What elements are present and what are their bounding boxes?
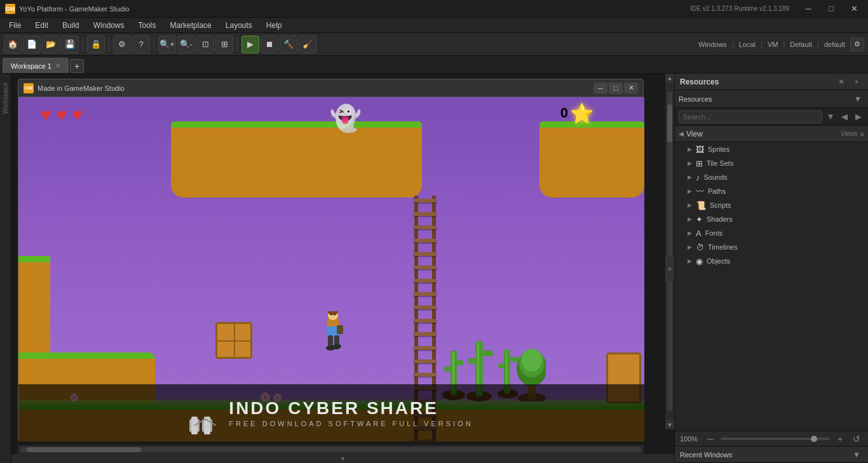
- zoom-decrease-button[interactable]: ─: [704, 433, 717, 445]
- search-prev-button[interactable]: ◀: [839, 111, 850, 123]
- svg-rect-24: [498, 363, 507, 368]
- settings2-button[interactable]: ⚙: [850, 37, 864, 51]
- game-window-minimize[interactable]: ─: [593, 83, 607, 94]
- game-window: GM Made in GameMaker Studio ─ □ ✕: [18, 79, 644, 441]
- svg-rect-14: [454, 360, 463, 365]
- ladder-rung: [414, 199, 437, 203]
- windows-link[interactable]: Windows: [698, 41, 727, 48]
- menu-help[interactable]: Help: [260, 20, 288, 31]
- vm-link[interactable]: VM: [768, 41, 778, 48]
- shaders-icon: ✦: [696, 215, 703, 224]
- menu-marketplace[interactable]: Marketplace: [163, 20, 217, 31]
- maximize-button[interactable]: □: [822, 3, 840, 15]
- resource-objects[interactable]: ▶ ◉ Objects: [675, 254, 868, 268]
- local-link[interactable]: Local: [739, 41, 756, 48]
- hscroll-track[interactable]: [20, 447, 641, 452]
- resource-sprites[interactable]: ▶ 🖼 Sprites: [675, 142, 868, 156]
- clean-button[interactable]: 🧹: [299, 36, 316, 53]
- game-window-maximize[interactable]: □: [609, 83, 623, 94]
- panel-collapse-button[interactable]: »: [665, 256, 674, 281]
- new-button[interactable]: 📄: [23, 36, 41, 53]
- horizontal-scrollbar[interactable]: [18, 445, 644, 454]
- resource-shaders[interactable]: ▶ ✦ Shaders: [675, 212, 868, 226]
- ladder-rung: [414, 239, 437, 243]
- svg-rect-13: [444, 366, 454, 372]
- workspace-area[interactable]: GM Made in GameMaker Studio ─ □ ✕: [11, 74, 674, 463]
- resource-timelines[interactable]: ▶ ⏱ Timelines: [675, 240, 868, 254]
- menu-build[interactable]: Build: [56, 20, 86, 31]
- default2-link[interactable]: default: [824, 41, 845, 48]
- scroll-up-button[interactable]: ▲: [665, 74, 674, 83]
- tilesets-label: Tile Sets: [707, 159, 733, 167]
- menu-bar: File Edit Build Windows Tools Marketplac…: [0, 18, 868, 33]
- grid-button[interactable]: ⊞: [215, 36, 233, 53]
- zoom-slider[interactable]: [721, 438, 830, 440]
- resources-toolbar: Resources ▼: [675, 90, 868, 108]
- close-button[interactable]: ✕: [845, 3, 863, 15]
- separator: [83, 37, 83, 51]
- open-button[interactable]: 📂: [42, 36, 60, 53]
- hscroll-thumb[interactable]: [27, 447, 141, 452]
- search-next-button[interactable]: ▶: [853, 111, 864, 123]
- menu-tools[interactable]: Tools: [132, 20, 162, 31]
- add-tab-button[interactable]: +: [70, 59, 84, 73]
- help-button[interactable]: ?: [132, 36, 150, 53]
- platform-top-left: [171, 121, 422, 198]
- home-button[interactable]: 🏠: [4, 36, 22, 53]
- vertical-scrollbar[interactable]: ▲ ▼: [665, 74, 674, 429]
- menu-windows[interactable]: Windows: [87, 20, 131, 31]
- recent-windows-header[interactable]: Recent Windows ▼: [675, 446, 868, 463]
- workspace-tab-1[interactable]: Workspace 1 ✕: [3, 58, 69, 73]
- vscroll-track[interactable]: [667, 91, 672, 412]
- vscroll-thumb[interactable]: [667, 104, 672, 142]
- resource-fonts[interactable]: ▶ A Fonts: [675, 226, 868, 240]
- zoom-fit-button[interactable]: ⊡: [196, 36, 214, 53]
- paths-label: Paths: [708, 187, 726, 195]
- scripts-label: Scripts: [710, 201, 731, 209]
- lock-button[interactable]: 🔒: [87, 36, 105, 53]
- scroll-down-button[interactable]: ▼: [665, 420, 674, 429]
- view-section-header[interactable]: ◀ View Views ≡: [675, 126, 868, 142]
- play-button[interactable]: ▶: [241, 36, 259, 53]
- search-dropdown-button[interactable]: ▼: [825, 111, 836, 123]
- recent-windows-collapse[interactable]: ▼: [850, 448, 863, 461]
- paths-arrow: ▶: [688, 188, 692, 194]
- menu-edit[interactable]: Edit: [29, 20, 55, 31]
- settings-button[interactable]: ⚙: [113, 36, 131, 53]
- debug-button[interactable]: 🔨: [280, 36, 297, 53]
- ladder-rung: [414, 252, 437, 256]
- menu-layouts[interactable]: Layouts: [219, 20, 259, 31]
- fonts-label: Fonts: [705, 229, 723, 237]
- menu-file[interactable]: File: [3, 20, 27, 31]
- workspace-label-left: Workspace: [2, 83, 9, 114]
- resource-sounds[interactable]: ▶ ♪ Sounds: [675, 170, 868, 184]
- default1-link[interactable]: Default: [790, 41, 812, 48]
- tab-close-icon[interactable]: ✕: [55, 62, 60, 69]
- zoom-increase-button[interactable]: +: [834, 433, 846, 445]
- game-window-controls: ─ □ ✕: [593, 83, 638, 94]
- minimize-button[interactable]: ─: [799, 3, 817, 15]
- objects-arrow: ▶: [688, 258, 692, 264]
- search-input[interactable]: [679, 111, 822, 123]
- main-layout: Workspace GM Made in GameMaker Studio ─ …: [0, 74, 868, 463]
- svg-point-4: [334, 314, 336, 316]
- zoom-reset-button[interactable]: ↺: [850, 433, 863, 445]
- resource-tilesets[interactable]: ▶ ⊞ Tile Sets: [675, 156, 868, 170]
- resource-scripts[interactable]: ▶ 📜 Scripts: [675, 198, 868, 212]
- bottom-bar-arrow[interactable]: ▼: [340, 455, 346, 462]
- res-collapse-button[interactable]: ▼: [851, 93, 864, 105]
- resource-paths[interactable]: ▶ 〰 Paths: [675, 184, 868, 198]
- stop-button[interactable]: ⏹: [261, 36, 278, 53]
- right-panel: Resources ✕ + Resources ▼ ▼ ◀ ▶ ◀ View V…: [674, 74, 868, 463]
- recent-windows-title: Recent Windows: [680, 451, 850, 459]
- zoom-out-button[interactable]: 🔍-: [177, 36, 195, 53]
- resources-panel-title: Resources: [680, 77, 832, 86]
- game-window-close[interactable]: ✕: [624, 83, 638, 94]
- view-section-arrow: ◀: [679, 130, 684, 137]
- zoom-in-button[interactable]: 🔍+: [158, 36, 176, 53]
- resources-close-button[interactable]: ✕: [835, 76, 848, 88]
- save-button[interactable]: 💾: [61, 36, 79, 53]
- resources-add-button[interactable]: +: [850, 76, 863, 88]
- svg-rect-19: [483, 351, 493, 356]
- game-window-title: Made in GameMaker Studio: [37, 84, 590, 92]
